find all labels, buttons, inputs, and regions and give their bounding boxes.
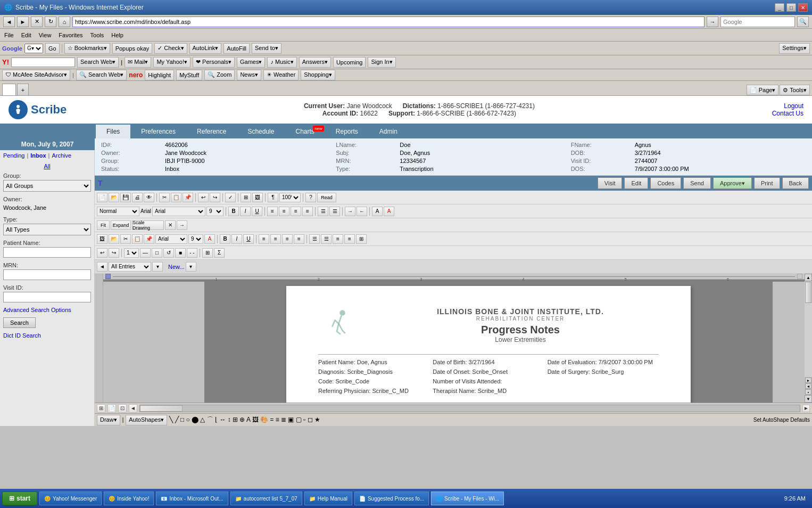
search-web-btn[interactable]: Search Web▾	[77, 57, 119, 68]
mystuff-btn[interactable]: MyStuff	[176, 70, 202, 80]
search-input[interactable]	[720, 17, 795, 27]
tab-reference[interactable]: Reference	[186, 125, 237, 138]
logout-link[interactable]: Logout	[784, 102, 803, 110]
mail-btn[interactable]: ✉ Mail▾	[125, 57, 151, 68]
search-go-button[interactable]: 🔍	[797, 17, 809, 27]
weather-btn[interactable]: ☀ Weather	[263, 70, 299, 80]
cut2-btn[interactable]: ✂	[120, 234, 131, 244]
align-center-btn[interactable]: ≡	[279, 207, 289, 216]
h-scroll-thumb[interactable]	[140, 405, 183, 412]
align-left-btn[interactable]: ≡	[267, 207, 278, 216]
dict-id-search-link[interactable]: Dict ID Search	[3, 332, 41, 339]
advanced-search-link[interactable]: Advanced Search Options	[3, 307, 91, 313]
status-btn-3[interactable]: ⊡	[118, 404, 127, 413]
italic2-btn[interactable]: I	[231, 234, 242, 244]
music-btn[interactable]: ♪ Music▾	[267, 57, 296, 68]
tab-charts[interactable]: Charts new	[285, 125, 325, 138]
save-btn[interactable]: 💾	[120, 193, 131, 202]
taskbar-inside-yahoo[interactable]: 😊 Inside Yahoo!	[104, 491, 154, 505]
answers-btn[interactable]: Answers▾	[299, 57, 331, 68]
myyahoo-btn[interactable]: My Yahoo!▾	[153, 57, 190, 68]
zoom-select[interactable]: 100%	[279, 193, 301, 202]
line-color-btn[interactable]: —	[140, 248, 151, 258]
scale-btn[interactable]: Scale Drawing	[132, 220, 164, 230]
tools-menu[interactable]: Tools	[88, 31, 106, 39]
list2-btn[interactable]: ☰	[309, 234, 320, 244]
print-editor-btn[interactable]: 🖨	[132, 193, 143, 202]
bookmarks-btn[interactable]: ☆ Bookmarks▾	[64, 43, 110, 54]
patient-name-input[interactable]	[3, 247, 91, 258]
signin-btn[interactable]: Sign In▾	[368, 57, 395, 68]
print-btn[interactable]: Print	[754, 177, 780, 189]
indent2-btn[interactable]: ≡	[333, 234, 343, 244]
autofill-btn[interactable]: AutoFill	[223, 43, 250, 54]
new-dropdown-btn[interactable]: ▾	[186, 262, 196, 272]
help-editor-btn[interactable]: ?	[305, 193, 316, 202]
fraction-select[interactable]: 1/2	[124, 248, 139, 258]
autolink-btn[interactable]: AutoLink▾	[189, 43, 222, 54]
search-button[interactable]: Search	[3, 317, 36, 328]
scroll-right-btn[interactable]: ►	[805, 378, 811, 383]
table2-btn[interactable]: ⊞	[202, 248, 213, 258]
help-menu[interactable]: Help	[109, 31, 126, 39]
scroll-thumb[interactable]	[805, 282, 811, 303]
para-btn[interactable]: ¶	[268, 193, 278, 202]
horizontal-scrollbar[interactable]	[139, 405, 800, 412]
back-button[interactable]: ◄	[3, 17, 15, 27]
favorites-menu[interactable]: Favorites	[56, 31, 85, 39]
visit-id-input[interactable]	[3, 292, 91, 302]
outdent2-btn[interactable]: ≡	[344, 234, 355, 244]
scroll-dot-btn[interactable]: •	[805, 389, 811, 395]
draw-btn[interactable]: Draw▾	[97, 415, 120, 425]
scroll-down-btn[interactable]: ▼	[805, 395, 812, 403]
scroll-up-btn[interactable]: ▲	[805, 274, 812, 281]
font-color2-btn[interactable]: A	[204, 234, 215, 244]
taskbar-inbox-outlook[interactable]: 📧 Inbox - Microsoft Out...	[156, 491, 228, 505]
visit-btn[interactable]: Visit	[598, 177, 623, 189]
document-page[interactable]: ILLINOIS BONE & JOINT INSTITUTE, LTD. RE…	[286, 286, 691, 403]
file-menu[interactable]: File	[2, 31, 16, 39]
mcafee-btn[interactable]: 🛡 McAfee SiteAdvisor▾	[2, 70, 70, 80]
all-link[interactable]: All	[44, 163, 50, 169]
approve-btn[interactable]: Approve▾	[713, 177, 752, 189]
new-doc-btn[interactable]: 📄	[97, 193, 107, 202]
maximize-button[interactable]: □	[786, 3, 796, 12]
check-btn[interactable]: ✓ Check▾	[154, 43, 187, 54]
taskbar-yahoo-messenger[interactable]: 😊 Yahoo! Messenger	[39, 491, 102, 505]
edit-menu[interactable]: Edit	[19, 31, 34, 39]
dash-btn[interactable]: - -	[187, 248, 197, 258]
go-btn[interactable]: Go	[45, 43, 60, 54]
zoom-btn[interactable]: 🔍 Zoom	[204, 70, 235, 80]
view-menu[interactable]: View	[37, 31, 54, 39]
taskbar-autocorrect[interactable]: 📁 autocorrect list 5_7_07	[230, 491, 302, 505]
italic-btn[interactable]: I	[240, 207, 251, 216]
read-btn[interactable]: Read	[317, 193, 336, 202]
stop-button[interactable]: ✕	[31, 17, 43, 27]
open-btn[interactable]: 📂	[109, 193, 119, 202]
size-select[interactable]: 9	[206, 207, 223, 216]
open2-btn[interactable]: 📂	[109, 234, 119, 244]
font-select[interactable]: Arial	[152, 207, 205, 216]
rotate-btn[interactable]: ↺	[163, 248, 174, 258]
home-button[interactable]: ⌂	[59, 17, 70, 27]
tab-reports[interactable]: Reports	[325, 125, 369, 138]
redo3-btn[interactable]: ↪	[109, 248, 119, 258]
pending-link[interactable]: Pending	[3, 152, 24, 159]
back-btn[interactable]: Back	[782, 177, 809, 189]
font-select-2[interactable]: Arial	[155, 234, 187, 244]
copy2-btn[interactable]: 📋	[132, 234, 143, 244]
copy-btn[interactable]: 📋	[171, 193, 181, 202]
img2-btn[interactable]: 🖼	[97, 234, 107, 244]
redo-btn[interactable]: ↪	[210, 193, 220, 202]
taskbar-scribe[interactable]: 🌐 Scribe - My Files - Wi...	[431, 491, 504, 505]
yahoo-search-input[interactable]	[11, 58, 75, 67]
bold-btn[interactable]: B	[228, 207, 239, 216]
close-button[interactable]: ✕	[798, 3, 808, 12]
forward-button[interactable]: ►	[17, 17, 29, 27]
nero-search-btn[interactable]: 🔍 Search Web▾	[76, 70, 127, 80]
reset-btn[interactable]: ✕	[165, 220, 176, 230]
sendto-btn[interactable]: Send to▾	[252, 43, 281, 54]
right-scrollbar[interactable]: ▲ ► ◄ • ▼	[805, 274, 812, 403]
sigma-btn[interactable]: Σ	[214, 248, 225, 258]
shopping-btn[interactable]: Shopping▾	[301, 70, 335, 80]
